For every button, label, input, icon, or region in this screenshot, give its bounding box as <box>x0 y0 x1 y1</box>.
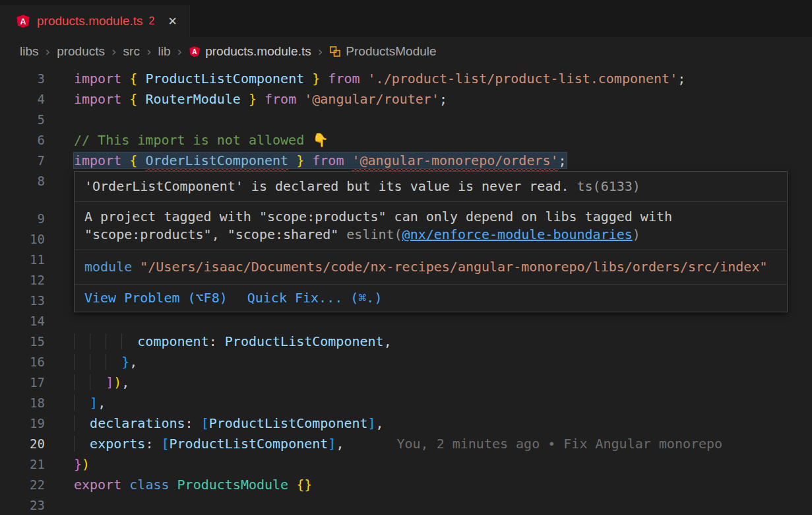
angular-icon: A <box>189 46 201 57</box>
breadcrumb-item-src[interactable]: src <box>123 44 140 59</box>
code-line-20[interactable]: 20 exports: [ProductListComponent],You, … <box>0 434 812 454</box>
breadcrumb: libs›products›src›lib›Aproducts.module.t… <box>0 37 812 66</box>
line-number[interactable]: 10 <box>0 229 45 250</box>
breadcrumb-label: lib <box>158 44 171 59</box>
eslint-rule-link[interactable]: @nx/enforce-module-boundaries <box>402 226 633 242</box>
hover-status-bar: View Problem (⌥F8) Quick Fix... (⌘.) <box>75 285 787 312</box>
code-line-content[interactable]: ]), <box>45 372 812 393</box>
code-line-7[interactable]: 7import { OrderListComponent } from '@an… <box>0 151 812 171</box>
eslint-source-suffix: ) <box>633 226 640 242</box>
line-number[interactable]: 19 <box>0 413 45 434</box>
line-number[interactable]: 14 <box>0 311 45 331</box>
line-number[interactable]: 23 <box>0 495 45 515</box>
code-line-19[interactable]: 19 declarations: [ProductListComponent], <box>0 413 812 434</box>
line-number[interactable]: 4 <box>0 89 45 110</box>
code-line-21[interactable]: 21}) <box>0 454 812 475</box>
code-line-content[interactable]: }, <box>45 352 812 372</box>
hover-ts-diagnostic: 'OrderListComponent' is declared but its… <box>75 172 787 202</box>
tab-products-module-ts[interactable]: A products.module.ts 2 ✕ <box>0 5 190 37</box>
breadcrumb-label: products <box>57 44 105 59</box>
breadcrumb-separator: › <box>111 44 117 59</box>
problem-hover-popup: 'OrderListComponent' is declared but its… <box>74 171 788 312</box>
line-number[interactable]: 5 <box>0 110 45 130</box>
code-line-content[interactable]: import { OrderListComponent } from '@ang… <box>45 151 812 171</box>
breadcrumb-separator: › <box>146 44 152 59</box>
line-number[interactable]: 13 <box>0 291 45 311</box>
code-line-content[interactable]: }) <box>45 454 812 475</box>
tab-bar: A products.module.ts 2 ✕ <box>0 0 812 37</box>
code-line-5[interactable]: 5 <box>0 110 812 130</box>
line-number[interactable]: 7 <box>0 151 45 171</box>
line-number[interactable]: 21 <box>0 454 45 475</box>
tab-title: products.module.ts <box>37 14 143 28</box>
code-line-23[interactable]: 23 <box>0 495 812 515</box>
code-line-content[interactable]: // This import is not allowed 👇 <box>45 130 812 151</box>
git-blame-annotation: You, 2 minutes ago • Fix Angular monorep… <box>396 436 722 452</box>
code-line-content[interactable]: export class ProductsModule {} <box>45 475 812 495</box>
ts-diagnostic-source: ts(6133) <box>577 178 640 194</box>
code-line-17[interactable]: 17 ]), <box>0 372 812 393</box>
hover-range-highlight: import { OrderListComponent } from '@ang… <box>74 153 567 168</box>
quick-fix-action[interactable]: Quick Fix... (⌘.) <box>247 289 383 307</box>
code-line-3[interactable]: 3import { ProductListComponent } from '.… <box>0 69 812 89</box>
code-line-15[interactable]: 15 component: ProductListComponent, <box>0 331 812 352</box>
breadcrumb-separator: › <box>46 44 51 59</box>
code-line-18[interactable]: 18 ], <box>0 393 812 413</box>
breadcrumb-label: libs <box>20 44 39 59</box>
breadcrumb-separator: › <box>177 44 183 59</box>
line-number[interactable]: 17 <box>0 372 45 393</box>
code-line-4[interactable]: 4import { RouterModule } from '@angular/… <box>0 89 812 110</box>
line-number[interactable]: 16 <box>0 352 45 372</box>
module-path: "/Users/isaac/Documents/code/nx-recipes/… <box>140 259 767 275</box>
close-icon[interactable]: ✕ <box>168 15 177 28</box>
line-number[interactable]: 20 <box>0 434 45 454</box>
view-problem-action[interactable]: View Problem (⌥F8) <box>84 289 228 307</box>
svg-text:A: A <box>20 17 26 26</box>
breadcrumb-separator: › <box>318 44 323 59</box>
code-line-content[interactable] <box>45 110 812 130</box>
code-line-content[interactable]: component: ProductListComponent, <box>45 331 812 352</box>
svg-text:A: A <box>193 48 198 55</box>
breadcrumb-item-productsmodule[interactable]: ProductsModule <box>329 44 436 59</box>
line-number[interactable]: 3 <box>0 69 45 89</box>
breadcrumb-item-lib[interactable]: lib <box>158 44 171 59</box>
code-line-content[interactable]: declarations: [ProductListComponent], <box>45 413 812 434</box>
hover-module-info: module"/Users/isaac/Documents/code/nx-re… <box>75 250 787 285</box>
line-number[interactable]: 8 <box>0 171 45 191</box>
breadcrumb-label: src <box>123 44 140 59</box>
breadcrumb-item-products[interactable]: products <box>57 44 105 59</box>
code-line-22[interactable]: 22export class ProductsModule {} <box>0 475 812 495</box>
code-line-content[interactable]: import { ProductListComponent } from './… <box>45 69 812 89</box>
code-line-content[interactable]: ], <box>45 393 812 413</box>
code-line-6[interactable]: 6// This import is not allowed 👇 <box>0 130 812 151</box>
breadcrumb-item-libs[interactable]: libs <box>20 44 39 59</box>
angular-icon: A <box>16 14 30 28</box>
ts-diagnostic-message: 'OrderListComponent' is declared but its… <box>84 178 569 194</box>
breadcrumb-label: products.module.ts <box>205 44 311 59</box>
vscode-window: A products.module.ts 2 ✕ libs›products›s… <box>0 0 812 515</box>
breadcrumb-label: ProductsModule <box>346 44 436 59</box>
module-keyword: module <box>84 259 132 275</box>
class-symbol-icon <box>329 46 341 57</box>
code-line-content[interactable] <box>45 311 812 331</box>
line-number[interactable]: 9 <box>0 209 45 229</box>
tab-problems-badge: 2 <box>149 15 155 27</box>
line-number[interactable]: 11 <box>0 250 45 270</box>
code-line-16[interactable]: 16 }, <box>0 352 812 372</box>
line-number[interactable]: 12 <box>0 270 45 291</box>
code-editor[interactable]: 3import { ProductListComponent } from '.… <box>0 66 812 515</box>
line-number[interactable]: 18 <box>0 393 45 413</box>
hover-eslint-diagnostic: A project tagged with "scope:products" c… <box>75 202 787 250</box>
line-number[interactable]: 6 <box>0 130 45 151</box>
line-number[interactable]: 22 <box>0 475 45 495</box>
code-line-content[interactable]: exports: [ProductListComponent],You, 2 m… <box>45 434 812 454</box>
eslint-source-prefix: eslint( <box>346 226 402 242</box>
code-line-content[interactable] <box>45 495 812 515</box>
code-line-content[interactable]: import { RouterModule } from '@angular/r… <box>45 89 812 110</box>
breadcrumb-item-products-module-ts[interactable]: Aproducts.module.ts <box>189 44 311 59</box>
line-number[interactable]: 15 <box>0 331 45 352</box>
code-line-14[interactable]: 14 <box>0 311 812 331</box>
